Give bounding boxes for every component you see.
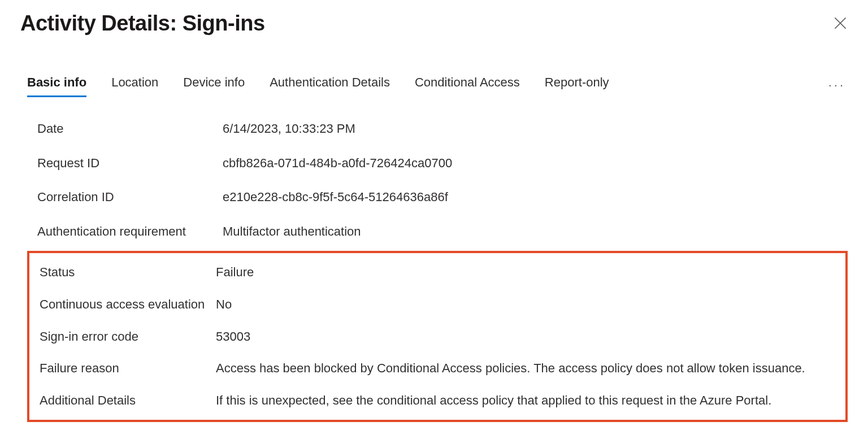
row-error-code: Sign-in error code 53003 bbox=[40, 321, 836, 353]
label-error-code: Sign-in error code bbox=[40, 329, 216, 345]
value-cae: No bbox=[216, 297, 836, 313]
value-request-id: cbfb826a-071d-484b-a0fd-726424ca0700 bbox=[223, 155, 848, 172]
label-status: Status bbox=[40, 264, 216, 281]
row-date: Date 6/14/2023, 10:33:23 PM bbox=[37, 112, 848, 146]
label-auth-requirement: Authentication requirement bbox=[37, 224, 223, 240]
tabs-overflow-button[interactable]: ··· bbox=[826, 76, 848, 97]
value-date: 6/14/2023, 10:33:23 PM bbox=[223, 121, 848, 137]
tab-basic-info[interactable]: Basic info bbox=[27, 75, 86, 97]
failure-highlight-box: Status Failure Continuous access evaluat… bbox=[27, 251, 848, 422]
row-auth-requirement: Authentication requirement Multifactor a… bbox=[37, 215, 848, 249]
activity-details-panel: Activity Details: Sign-ins Basic info Lo… bbox=[0, 0, 868, 426]
tabs: Basic info Location Device info Authenti… bbox=[27, 75, 609, 97]
label-date: Date bbox=[37, 121, 223, 137]
close-button[interactable] bbox=[831, 14, 850, 33]
value-correlation-id: e210e228-cb8c-9f5f-5c64-51264636a86f bbox=[223, 189, 848, 206]
row-additional-details: Additional Details If this is unexpected… bbox=[40, 385, 836, 417]
value-auth-requirement: Multifactor authentication bbox=[223, 224, 848, 240]
tab-report-only[interactable]: Report-only bbox=[545, 75, 609, 97]
label-request-id: Request ID bbox=[37, 155, 223, 172]
label-additional-details: Additional Details bbox=[40, 393, 216, 409]
tabs-row: Basic info Location Device info Authenti… bbox=[20, 75, 848, 97]
value-error-code: 53003 bbox=[216, 329, 836, 345]
value-status: Failure bbox=[216, 264, 836, 281]
basic-info-details: Date 6/14/2023, 10:33:23 PM Request ID c… bbox=[20, 112, 848, 249]
tab-conditional-access[interactable]: Conditional Access bbox=[415, 75, 520, 97]
tab-location[interactable]: Location bbox=[111, 75, 158, 97]
tab-device-info[interactable]: Device info bbox=[183, 75, 245, 97]
value-failure-reason: Access has been blocked by Conditional A… bbox=[216, 360, 836, 377]
panel-header: Activity Details: Sign-ins bbox=[20, 11, 848, 36]
label-failure-reason: Failure reason bbox=[40, 360, 216, 377]
row-status: Status Failure bbox=[40, 257, 836, 289]
tab-authentication-details[interactable]: Authentication Details bbox=[270, 75, 390, 97]
row-cae: Continuous access evaluation No bbox=[40, 289, 836, 321]
row-request-id: Request ID cbfb826a-071d-484b-a0fd-72642… bbox=[37, 146, 848, 181]
value-additional-details: If this is unexpected, see the condition… bbox=[216, 393, 836, 409]
row-correlation-id: Correlation ID e210e228-cb8c-9f5f-5c64-5… bbox=[37, 180, 848, 215]
close-icon bbox=[834, 17, 847, 29]
panel-title: Activity Details: Sign-ins bbox=[20, 11, 265, 36]
label-cae: Continuous access evaluation bbox=[40, 297, 216, 313]
row-failure-reason: Failure reason Access has been blocked b… bbox=[40, 353, 836, 385]
label-correlation-id: Correlation ID bbox=[37, 189, 223, 206]
